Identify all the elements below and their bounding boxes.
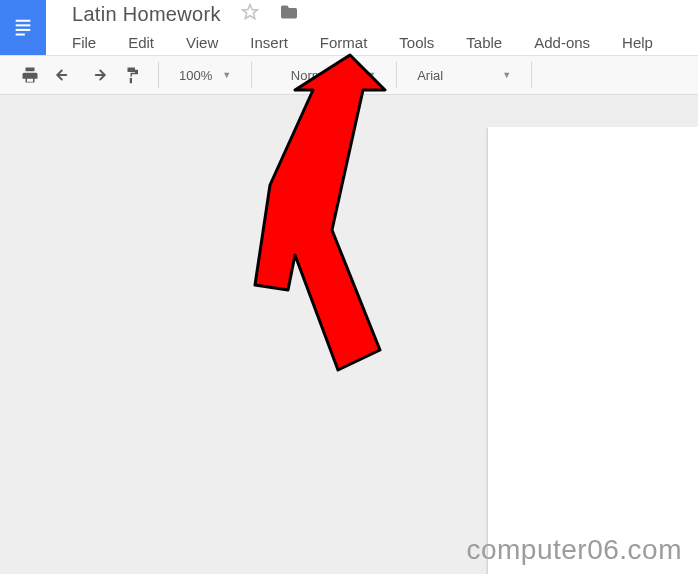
- print-button[interactable]: [16, 60, 44, 90]
- star-icon[interactable]: [241, 3, 259, 25]
- menu-format[interactable]: Format: [320, 34, 368, 51]
- menubar: File Edit View Insert Format Tools Table…: [72, 26, 653, 51]
- docs-logo-icon: [12, 14, 34, 42]
- menu-file[interactable]: File: [72, 34, 96, 51]
- svg-rect-0: [12, 15, 34, 41]
- menu-help[interactable]: Help: [622, 34, 653, 51]
- chevron-down-icon: ▼: [502, 70, 511, 80]
- paragraph-style-value: Normal text: [291, 68, 357, 83]
- zoom-value: 100%: [179, 68, 212, 83]
- folder-icon[interactable]: [279, 4, 299, 24]
- svg-rect-3: [16, 28, 31, 30]
- toolbar-separator: [531, 62, 532, 88]
- zoom-dropdown[interactable]: 100% ▼: [171, 68, 239, 83]
- font-value: Arial: [417, 68, 443, 83]
- menu-edit[interactable]: Edit: [128, 34, 154, 51]
- title-area: Latin Homework File Edit View Insert For…: [46, 0, 653, 51]
- toolbar: 100% ▼ Normal text ▼ Arial ▼: [0, 55, 698, 95]
- document-page[interactable]: [488, 127, 698, 574]
- undo-icon: [55, 67, 73, 83]
- print-icon: [21, 66, 39, 84]
- document-canvas[interactable]: [0, 95, 698, 574]
- docs-logo[interactable]: [0, 0, 46, 55]
- menu-addons[interactable]: Add-ons: [534, 34, 590, 51]
- document-title[interactable]: Latin Homework: [72, 3, 221, 26]
- font-dropdown[interactable]: Arial ▼: [409, 68, 519, 83]
- redo-button[interactable]: [84, 60, 112, 90]
- toolbar-separator: [396, 62, 397, 88]
- menu-insert[interactable]: Insert: [250, 34, 288, 51]
- svg-rect-1: [16, 19, 31, 21]
- app-header: Latin Homework File Edit View Insert For…: [0, 0, 698, 55]
- menu-table[interactable]: Table: [466, 34, 502, 51]
- paragraph-style-dropdown[interactable]: Normal text ▼: [264, 68, 384, 83]
- menu-view[interactable]: View: [186, 34, 218, 51]
- menu-tools[interactable]: Tools: [399, 34, 434, 51]
- svg-rect-2: [16, 24, 31, 26]
- undo-button[interactable]: [50, 60, 78, 90]
- paint-format-icon: [124, 66, 140, 84]
- toolbar-separator: [158, 62, 159, 88]
- redo-icon: [89, 67, 107, 83]
- toolbar-separator: [251, 62, 252, 88]
- paint-format-button[interactable]: [118, 60, 146, 90]
- chevron-down-icon: ▼: [367, 70, 376, 80]
- svg-rect-4: [16, 33, 25, 35]
- svg-marker-5: [242, 5, 257, 19]
- title-row: Latin Homework: [72, 2, 653, 26]
- chevron-down-icon: ▼: [222, 70, 231, 80]
